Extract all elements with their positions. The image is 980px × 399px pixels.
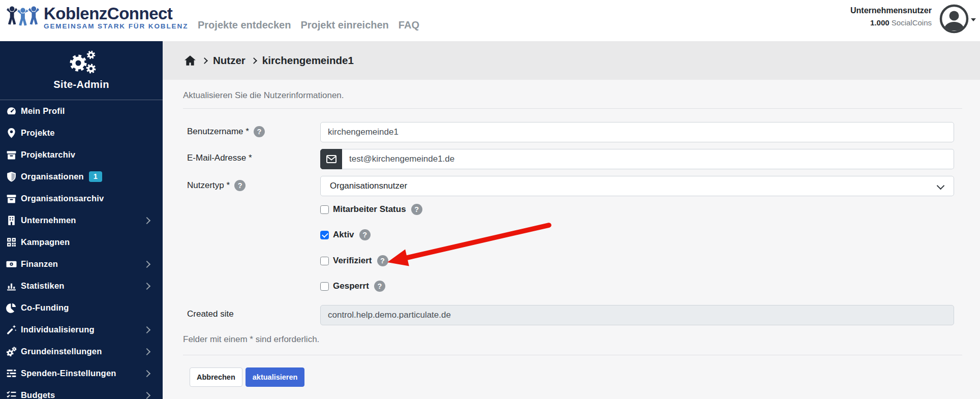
sidebar-item-organisationen[interactable]: Organisationen 1 xyxy=(0,166,163,188)
sidebar-item-unternehmen[interactable]: Unternehmen xyxy=(0,209,163,231)
chevron-right-icon xyxy=(143,348,150,355)
usertype-select[interactable]: Organisationsnutzer xyxy=(320,176,954,196)
breadcrumb-nutzer[interactable]: Nutzer xyxy=(213,54,246,67)
checkbox-label: Verifiziert xyxy=(333,256,372,266)
sidebar-item-label: Finanzen xyxy=(21,259,58,269)
usertype-label-row: Nutzertyp * ? xyxy=(187,180,246,191)
gesperrt-checkbox[interactable] xyxy=(320,282,329,291)
tasks-icon xyxy=(6,390,17,399)
chevron-right-icon xyxy=(143,282,150,289)
checkbox-label: Mitarbeiter Status xyxy=(333,204,406,214)
verifiziert-row: Verifiziert ? xyxy=(320,255,388,267)
sidebar-item-spenden-einstellungen[interactable]: Spenden-Einstellungen xyxy=(0,362,163,384)
sidebar-menu: Mein Profil Projekte Projektarchiv Organ… xyxy=(0,100,163,399)
qr-grid-icon xyxy=(6,237,17,248)
divider xyxy=(183,108,962,109)
chevron-right-icon xyxy=(143,370,150,377)
sidebar-item-finanzen[interactable]: Finanzen xyxy=(0,253,163,275)
gears-icon xyxy=(6,346,17,357)
help-icon[interactable]: ? xyxy=(374,281,385,292)
archive-icon xyxy=(6,193,17,204)
breadcrumb-current: kirchengemeinde1 xyxy=(262,54,354,67)
logo-tagline: GEMEINSAM STARK FÜR KOBLENZ xyxy=(44,22,188,30)
email-input[interactable] xyxy=(342,149,954,169)
user-coins-text: 1.000 SocialCoins xyxy=(779,18,932,27)
checkbox-label: Gesperrt xyxy=(333,281,369,291)
sidebar-item-individualisierung[interactable]: Individualisierung xyxy=(0,319,163,341)
mitarbeiter-status-row: Mitarbeiter Status ? xyxy=(320,203,422,216)
home-icon[interactable] xyxy=(184,55,196,66)
sidebar-item-label: Organisationsarchiv xyxy=(21,194,104,203)
cancel-button[interactable]: Abbrechen xyxy=(190,367,242,387)
sidebar-item-organisationsarchiv[interactable]: Organisationsarchiv xyxy=(0,188,163,209)
bar-chart-icon xyxy=(6,281,17,291)
site-admin-header: Site-Admin xyxy=(0,41,163,100)
nav-projekte-entdecken[interactable]: Projekte entdecken xyxy=(198,19,291,31)
avatar-caret-down-icon[interactable] xyxy=(971,18,976,21)
top-header: KoblenzConnect GEMEINSAM STARK FÜR KOBLE… xyxy=(0,0,980,41)
sidebar-item-label: Statistiken xyxy=(21,281,65,291)
user-role-text: Unternehmensnutzer xyxy=(779,6,932,15)
form-actions: Abbrechen aktualisieren xyxy=(190,367,304,387)
created-site-label: Created site xyxy=(187,309,234,319)
sidebar-item-label: Projektarchiv xyxy=(21,150,75,160)
envelope-icon xyxy=(320,149,342,169)
user-avatar-menu[interactable] xyxy=(939,4,969,34)
created-site-label-row: Created site xyxy=(187,309,234,319)
usertype-selected-value: Organisationsnutzer xyxy=(330,181,407,191)
sidebar-item-projekte[interactable]: Projekte xyxy=(0,122,163,144)
money-bill-icon xyxy=(6,259,17,269)
username-label-row: Benutzername * ? xyxy=(187,126,265,137)
sidebar-item-label: Budgets xyxy=(21,390,55,399)
chevron-right-icon xyxy=(143,326,150,333)
submit-button[interactable]: aktualisieren xyxy=(246,367,305,387)
magic-wand-icon xyxy=(6,324,17,335)
chevron-down-icon xyxy=(937,182,945,190)
help-icon[interactable]: ? xyxy=(254,126,265,137)
help-icon[interactable]: ? xyxy=(377,255,388,266)
verifiziert-checkbox[interactable] xyxy=(320,257,329,265)
divider xyxy=(183,355,962,355)
created-site-input xyxy=(320,305,954,325)
username-label: Benutzername * xyxy=(187,127,249,137)
chevron-right-icon xyxy=(143,260,150,267)
sidebar-item-label: Grundeinstellungen xyxy=(21,347,102,356)
required-fields-note: Felder mit einem * sind erforderlich. xyxy=(183,334,319,345)
chevron-right-icon xyxy=(143,391,150,398)
sidebar-item-label: Individualisierung xyxy=(21,325,95,334)
pie-chart-icon xyxy=(6,302,17,313)
sidebar-item-label: Kampagnen xyxy=(21,237,70,247)
gesperrt-row: Gesperrt ? xyxy=(320,280,385,292)
nav-faq[interactable]: FAQ xyxy=(399,19,419,31)
sidebar-item-projektarchiv[interactable]: Projektarchiv xyxy=(0,144,163,166)
shield-icon xyxy=(6,171,17,182)
sidebar-item-label: Co-Funding xyxy=(21,303,69,313)
sidebar-item-kampagnen[interactable]: Kampagnen xyxy=(0,231,163,253)
sidebar-item-label: Organisationen xyxy=(21,172,84,181)
logo-title: KoblenzConnect xyxy=(44,5,188,22)
sidebar-item-grundeinstellungen[interactable]: Grundeinstellungen xyxy=(0,341,163,362)
help-icon[interactable]: ? xyxy=(234,180,246,191)
nav-projekt-einreichen[interactable]: Projekt einreichen xyxy=(300,19,388,31)
map-marker-icon xyxy=(6,128,17,138)
sidebar-item-label: Projekte xyxy=(21,128,55,138)
intro-text: Aktualisieren Sie die Nutzerinformatione… xyxy=(183,90,344,101)
sidebar-item-budgets[interactable]: Budgets xyxy=(0,384,163,399)
logo-link[interactable]: KoblenzConnect GEMEINSAM STARK FÜR KOBLE… xyxy=(6,4,188,32)
email-label-row: E-Mail-Adresse * xyxy=(187,153,252,163)
checkbox-label: Aktiv xyxy=(333,230,354,240)
mitarbeiter-status-checkbox[interactable] xyxy=(320,205,329,214)
breadcrumb: Nutzer kirchengemeinde1 xyxy=(163,41,980,80)
aktiv-checkbox[interactable] xyxy=(320,231,329,239)
sidebar-item-label: Mein Profil xyxy=(21,106,65,116)
help-icon[interactable]: ? xyxy=(411,204,422,215)
admin-sidebar: Site-Admin Mein Profil Projekte Projekta… xyxy=(0,41,163,399)
sidebar-item-label: Unternehmen xyxy=(21,216,76,225)
help-icon[interactable]: ? xyxy=(359,229,371,240)
gears-icon xyxy=(0,49,163,78)
organisationen-count-badge: 1 xyxy=(89,171,102,182)
username-input[interactable] xyxy=(320,122,954,142)
sidebar-item-co-funding[interactable]: Co-Funding xyxy=(0,297,163,319)
sidebar-item-mein-profil[interactable]: Mein Profil xyxy=(0,100,163,122)
sidebar-item-statistiken[interactable]: Statistiken xyxy=(0,275,163,297)
